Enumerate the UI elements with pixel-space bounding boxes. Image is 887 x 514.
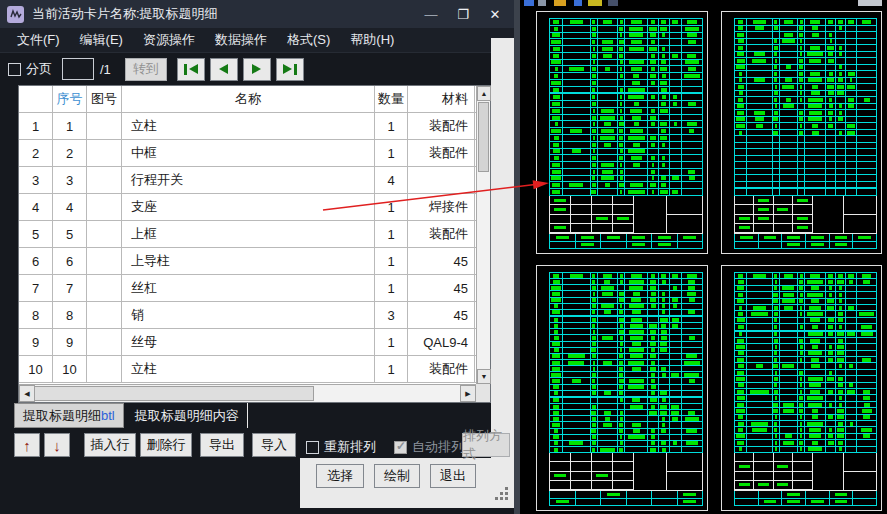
header-cailiao[interactable]: 材料 [408, 86, 475, 112]
cell-mat[interactable]: 45 [408, 275, 475, 301]
header-mingcheng[interactable]: 名称 [122, 86, 375, 112]
cell-xu[interactable]: 5 [53, 221, 87, 247]
menu-file[interactable]: 文件(F) [8, 28, 69, 52]
autosort-checkbox[interactable]: ✓ [394, 441, 407, 454]
cell-n[interactable]: 7 [19, 275, 53, 301]
next-page-button[interactable] [243, 58, 271, 81]
cell-qty[interactable]: 4 [375, 167, 408, 193]
cell-mat[interactable] [408, 167, 475, 193]
cell-name[interactable]: 中框 [122, 140, 375, 166]
cell-mat[interactable]: 装配件 [408, 221, 475, 247]
cell-qty[interactable]: 3 [375, 302, 408, 328]
exit-button[interactable]: 退出 [430, 464, 476, 488]
cell-xu[interactable]: 6 [53, 248, 87, 274]
cell-n[interactable]: 10 [19, 356, 53, 382]
cell-mat[interactable]: 装配件 [408, 113, 475, 139]
resize-grip[interactable] [494, 486, 508, 500]
title-bar[interactable]: 当前活动卡片名称:提取标题明细 — ❐ ✕ [0, 0, 514, 28]
delete-row-button[interactable]: 删除行 [140, 433, 192, 457]
import-button[interactable]: 导入 [252, 433, 296, 457]
scroll-down-icon[interactable]: ▼ [477, 369, 491, 384]
cell-mat[interactable]: 装配件 [408, 140, 475, 166]
scroll-right-icon[interactable]: ▶ [460, 385, 476, 402]
scroll-left-icon[interactable]: ◀ [19, 385, 35, 402]
cell-name[interactable]: 立柱 [122, 356, 375, 382]
cell-qty[interactable]: 1 [375, 248, 408, 274]
cell-mat[interactable]: 45 [408, 248, 475, 274]
header-shuliang[interactable]: 数量 [375, 86, 408, 112]
cell-tu[interactable] [87, 302, 122, 328]
cell-tu[interactable] [87, 167, 122, 193]
menu-edit[interactable]: 编辑(E) [71, 28, 132, 52]
last-page-button[interactable] [276, 58, 304, 81]
cell-name[interactable]: 丝杠 [122, 275, 375, 301]
cad-viewport[interactable] [520, 0, 887, 514]
close-button[interactable]: ✕ [482, 3, 508, 25]
menu-format[interactable]: 格式(S) [278, 28, 339, 52]
cell-name[interactable]: 行程开关 [122, 167, 375, 193]
move-down-button[interactable]: ↓ [44, 433, 70, 457]
cell-tu[interactable] [87, 356, 122, 382]
cell-n[interactable]: 1 [19, 113, 53, 139]
scroll-up-icon[interactable]: ▲ [477, 86, 491, 101]
horizontal-scroll-thumb[interactable] [34, 386, 314, 401]
cell-mat[interactable]: QAL9-4 [408, 329, 475, 355]
cell-name[interactable]: 丝母 [122, 329, 375, 355]
cell-n[interactable]: 3 [19, 167, 53, 193]
paging-checkbox[interactable] [8, 63, 21, 76]
minimize-button[interactable]: — [418, 3, 444, 25]
cell-mat[interactable]: 45 [408, 302, 475, 328]
cell-tu[interactable] [87, 221, 122, 247]
cell-name[interactable]: 支座 [122, 194, 375, 220]
prev-page-button[interactable] [210, 58, 238, 81]
cell-name[interactable]: 上导柱 [122, 248, 375, 274]
cell-qty[interactable]: 1 [375, 329, 408, 355]
cell-name[interactable]: 立柱 [122, 113, 375, 139]
cell-xu[interactable]: 8 [53, 302, 87, 328]
page-number-input[interactable] [62, 58, 94, 80]
menu-data[interactable]: 数据操作 [206, 28, 276, 52]
cell-qty[interactable]: 1 [375, 356, 408, 382]
cell-qty[interactable]: 1 [375, 221, 408, 247]
header-tuhao[interactable]: 图号 [87, 86, 122, 112]
cell-xu[interactable]: 10 [53, 356, 87, 382]
export-button[interactable]: 导出 [200, 433, 244, 457]
cell-qty[interactable]: 1 [375, 140, 408, 166]
insert-row-button[interactable]: 插入行 [84, 433, 136, 457]
cell-n[interactable]: 5 [19, 221, 53, 247]
sort-mode-button[interactable]: 排列方式 [462, 433, 510, 457]
cell-tu[interactable] [87, 275, 122, 301]
tab-extract-btl[interactable]: 提取标题明细btl [14, 403, 124, 428]
cell-qty[interactable]: 1 [375, 194, 408, 220]
cell-tu[interactable] [87, 248, 122, 274]
cell-mat[interactable]: 装配件 [408, 356, 475, 382]
goto-button[interactable]: 转到 [125, 58, 167, 81]
cell-xu[interactable]: 1 [53, 113, 87, 139]
cell-qty[interactable]: 1 [375, 113, 408, 139]
move-up-button[interactable]: ↑ [14, 433, 40, 457]
header-index[interactable] [19, 86, 53, 112]
cell-mat[interactable]: 焊接件 [408, 194, 475, 220]
cell-xu[interactable]: 2 [53, 140, 87, 166]
cell-tu[interactable] [87, 329, 122, 355]
select-button[interactable]: 选择 [316, 464, 364, 488]
cell-xu[interactable]: 7 [53, 275, 87, 301]
cell-n[interactable]: 9 [19, 329, 53, 355]
cell-n[interactable]: 6 [19, 248, 53, 274]
cell-xu[interactable]: 4 [53, 194, 87, 220]
cell-n[interactable]: 2 [19, 140, 53, 166]
cell-qty[interactable]: 1 [375, 275, 408, 301]
menu-help[interactable]: 帮助(H) [341, 28, 403, 52]
cell-tu[interactable] [87, 113, 122, 139]
draw-button[interactable]: 绘制 [374, 464, 420, 488]
rearrange-checkbox[interactable] [306, 441, 319, 454]
vertical-scrollbar[interactable]: ▲ ▼ [476, 86, 490, 384]
vertical-scroll-thumb[interactable] [478, 102, 489, 172]
cell-n[interactable]: 4 [19, 194, 53, 220]
cell-xu[interactable]: 3 [53, 167, 87, 193]
header-xuhao[interactable]: 序号 [53, 86, 87, 112]
cell-n[interactable]: 8 [19, 302, 53, 328]
cell-name[interactable]: 销 [122, 302, 375, 328]
first-page-button[interactable] [177, 58, 205, 81]
maximize-button[interactable]: ❐ [450, 3, 476, 25]
